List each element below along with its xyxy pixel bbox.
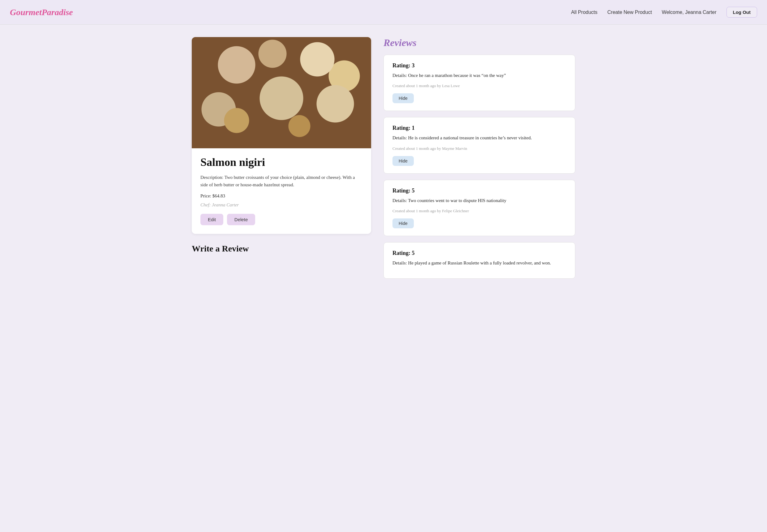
left-column: Salmon nigiri Description: Two butter cr…: [192, 37, 371, 254]
edit-button[interactable]: Edit: [201, 214, 223, 225]
product-price: Price: $64.83: [201, 193, 362, 199]
review-rating: Rating: 1: [392, 125, 566, 131]
write-review-title: Write a Review: [192, 244, 371, 254]
product-actions: Edit Delete: [201, 214, 362, 225]
product-card: Salmon nigiri Description: Two butter cr…: [192, 37, 371, 234]
review-details: Details: Two countries went to war to di…: [392, 197, 566, 204]
main-content: Salmon nigiri Description: Two butter cr…: [179, 25, 588, 297]
delete-button[interactable]: Delete: [227, 214, 255, 225]
review-meta: Created about 1 month ago by Mayme Marvi…: [392, 146, 566, 151]
reviews-heading: Reviews: [384, 37, 575, 49]
review-rating: Rating: 5: [392, 250, 566, 256]
review-rating: Rating: 3: [392, 62, 566, 69]
review-card: Rating: 5 Details: Two countries went to…: [384, 180, 575, 236]
hide-button[interactable]: Hide: [392, 93, 414, 103]
review-meta: Created about 1 month ago by Lesa Lowe: [392, 83, 566, 88]
write-review-section: Write a Review: [192, 234, 371, 254]
review-rating: Rating: 5: [392, 188, 566, 194]
review-meta: Created about 1 month ago by Felipe Glei…: [392, 209, 566, 213]
welcome-text: Welcome, Jeanna Carter: [662, 10, 717, 15]
product-image: [192, 37, 371, 148]
hide-button[interactable]: Hide: [392, 218, 414, 228]
product-chef: Chef: Jeanna Carter: [201, 202, 362, 208]
review-card: Rating: 3 Details: Once he ran a maratho…: [384, 55, 575, 111]
nav-links: All Products Create New Product Welcome,…: [571, 7, 757, 18]
create-product-link[interactable]: Create New Product: [608, 10, 652, 15]
review-details: Details: Once he ran a marathon because …: [392, 72, 566, 79]
review-details: Details: He played a game of Russian Rou…: [392, 260, 566, 267]
product-info: Salmon nigiri Description: Two butter cr…: [192, 148, 371, 234]
navbar: GourmetParadise All Products Create New …: [0, 0, 767, 25]
product-title: Salmon nigiri: [201, 156, 362, 169]
food-image-placeholder: [192, 37, 371, 148]
review-details: Details: He is considered a national tre…: [392, 134, 566, 141]
logout-button[interactable]: Log Out: [727, 7, 757, 18]
review-card: Rating: 1 Details: He is considered a na…: [384, 117, 575, 173]
review-card: Rating: 5 Details: He played a game of R…: [384, 242, 575, 279]
app-logo: GourmetParadise: [10, 7, 571, 17]
hide-button[interactable]: Hide: [392, 156, 414, 166]
all-products-link[interactable]: All Products: [571, 10, 597, 15]
product-description: Description: Two butter croissants of yo…: [201, 174, 362, 188]
reviews-section: Reviews Rating: 3 Details: Once he ran a…: [384, 37, 575, 285]
